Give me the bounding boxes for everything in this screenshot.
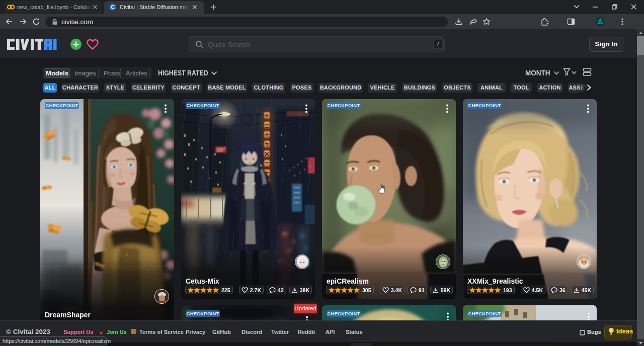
- svg-text:C: C: [111, 5, 114, 10]
